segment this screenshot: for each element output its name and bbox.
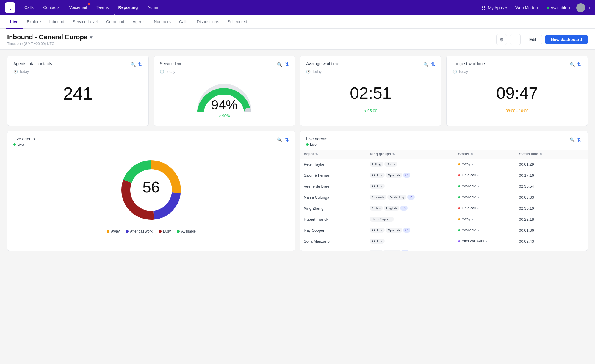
nav-item-teams[interactable]: Teams — [92, 0, 113, 15]
nav-item-admin[interactable]: Admin — [143, 0, 164, 15]
sort-icon: ⇅ — [540, 153, 542, 156]
chevron-down-icon[interactable]: ▾ — [477, 173, 479, 177]
filter-icon[interactable]: ⇅ — [284, 61, 289, 68]
row-actions[interactable]: ··· — [566, 170, 588, 181]
status-cell[interactable]: After call work ▾ — [455, 236, 515, 247]
status-pill[interactable]: Away ▾ — [458, 217, 512, 221]
col-status[interactable]: Status ⇅ — [455, 150, 515, 159]
more-button[interactable]: ··· — [570, 172, 575, 178]
more-button[interactable]: ··· — [570, 216, 575, 222]
chevron-down-icon[interactable]: ▾ — [472, 217, 474, 221]
status-cell[interactable]: Away ▾ — [455, 159, 515, 170]
row-actions[interactable]: ··· — [566, 192, 588, 203]
web-mode-button[interactable]: Web Mode ▾ — [513, 4, 541, 11]
more-button[interactable]: ··· — [570, 161, 575, 167]
status-pill[interactable]: On a call ▾ — [458, 250, 512, 251]
chevron-down-icon[interactable]: ▾ — [589, 6, 590, 10]
status-cell[interactable]: On a call ▾ — [455, 203, 515, 214]
card-meta: 🕐 Today — [160, 70, 289, 74]
nav-item-voicemail[interactable]: Voicemail — [65, 0, 91, 15]
chevron-down-icon[interactable]: ▾ — [477, 250, 479, 251]
status-cell[interactable]: On a call ▾ — [455, 170, 515, 181]
subnav-dispositions[interactable]: Dispositions — [192, 15, 223, 29]
status-pill[interactable]: After call work ▾ — [458, 239, 512, 243]
more-button[interactable]: ··· — [570, 194, 575, 200]
subnav-calls[interactable]: Calls — [175, 15, 192, 29]
status-pill[interactable]: Away ▾ — [458, 162, 512, 166]
logo[interactable]: t — [5, 2, 15, 13]
agent-name: Salomé Fernán — [300, 170, 366, 181]
status-dot — [458, 229, 460, 231]
status-pill[interactable]: On a call ▾ — [458, 173, 512, 177]
nav-item-contacts[interactable]: Contacts — [39, 0, 64, 15]
subnav-live[interactable]: Live — [6, 15, 23, 29]
chevron-down-icon[interactable]: ▾ — [477, 184, 479, 188]
table-scroll-area[interactable]: Agent ⇅ Ring groups ⇅ Status ⇅ Status ti… — [300, 150, 588, 251]
filter-icon[interactable]: ⇅ — [577, 61, 582, 68]
col-agent[interactable]: Agent ⇅ — [300, 150, 366, 159]
more-button[interactable]: ··· — [570, 183, 575, 189]
my-apps-button[interactable]: My Apps ▾ — [480, 4, 509, 11]
subnav-outbound[interactable]: Outbound — [102, 15, 129, 29]
subnav-scheduled[interactable]: Scheduled — [223, 15, 251, 29]
chevron-down-icon[interactable]: ▾ — [477, 195, 479, 199]
status-cell[interactable]: Available ▾ — [455, 181, 515, 192]
row-actions[interactable]: ··· — [566, 225, 588, 236]
search-icon[interactable]: 🔍 — [570, 137, 575, 142]
metric-value: 241 — [13, 77, 143, 110]
filter-icon[interactable]: ⇅ — [577, 136, 582, 143]
availability-button[interactable]: Available ▾ — [544, 4, 573, 11]
search-icon[interactable]: 🔍 — [277, 62, 282, 67]
subnav-numbers[interactable]: Numbers — [150, 15, 175, 29]
subnav-explore[interactable]: Explore — [23, 15, 45, 29]
nav-item-reporting[interactable]: Reporting — [114, 0, 142, 15]
row-actions[interactable]: ··· — [566, 214, 588, 225]
more-button[interactable]: ··· — [570, 250, 575, 251]
subnav-agents[interactable]: Agents — [129, 15, 150, 29]
subnav-inbound[interactable]: Inbound — [45, 15, 68, 29]
search-icon[interactable]: 🔍 — [570, 62, 575, 67]
chevron-down-icon[interactable]: ▾ — [477, 228, 479, 232]
col-status-time[interactable]: Status time ⇅ — [515, 150, 566, 159]
more-button[interactable]: ··· — [570, 228, 575, 233]
row-actions[interactable]: ··· — [566, 159, 588, 170]
status-pill[interactable]: Available ▾ — [458, 195, 512, 199]
chevron-down-icon[interactable]: ▾ — [472, 162, 474, 166]
settings-button[interactable]: ⚙ — [496, 34, 507, 45]
status-cell[interactable]: On a call ▾ — [455, 247, 515, 251]
more-button[interactable]: ··· — [570, 205, 575, 211]
more-button[interactable]: ··· — [570, 239, 575, 244]
ring-group-tag: English — [384, 206, 399, 211]
avatar[interactable] — [576, 3, 585, 12]
edit-button[interactable]: Edit — [524, 35, 542, 44]
new-dashboard-button[interactable]: New dashboard — [545, 35, 588, 44]
chevron-down-icon[interactable]: ▾ — [486, 239, 487, 243]
row-actions[interactable]: ··· — [566, 236, 588, 247]
status-pill[interactable]: On a call ▾ — [458, 206, 512, 210]
status-cell[interactable]: Available ▾ — [455, 225, 515, 236]
status-pill[interactable]: Available ▾ — [458, 228, 512, 232]
status-time: 00:15:20 — [515, 247, 566, 251]
status-time: 00:01:29 — [515, 159, 566, 170]
subnav-service-level[interactable]: Service Level — [68, 15, 102, 29]
search-icon[interactable]: 🔍 — [131, 62, 136, 67]
search-icon[interactable]: 🔍 — [423, 62, 428, 67]
row-actions[interactable]: ··· — [566, 247, 588, 251]
status-cell[interactable]: Away ▾ — [455, 214, 515, 225]
title-chevron-icon[interactable]: ▾ — [90, 34, 92, 40]
status-dot — [458, 185, 460, 187]
clock-icon: 🕐 — [160, 70, 164, 74]
search-icon[interactable]: 🔍 — [277, 137, 282, 142]
chevron-down-icon[interactable]: ▾ — [477, 206, 479, 210]
status-pill[interactable]: Available ▾ — [458, 184, 512, 188]
row-actions[interactable]: ··· — [566, 181, 588, 192]
col-ring-groups[interactable]: Ring groups ⇅ — [366, 150, 455, 159]
fullscreen-button[interactable]: ⛶ — [510, 34, 521, 45]
status-cell[interactable]: Available ▾ — [455, 192, 515, 203]
row-actions[interactable]: ··· — [566, 203, 588, 214]
filter-icon[interactable]: ⇅ — [138, 61, 143, 68]
filter-icon[interactable]: ⇅ — [431, 61, 435, 68]
nav-item-calls[interactable]: Calls — [20, 0, 38, 15]
filter-icon[interactable]: ⇅ — [284, 136, 289, 143]
metric-cards-row: Agents total contacts 🔍 ⇅ 🕐 Today 241 Se… — [7, 56, 588, 126]
